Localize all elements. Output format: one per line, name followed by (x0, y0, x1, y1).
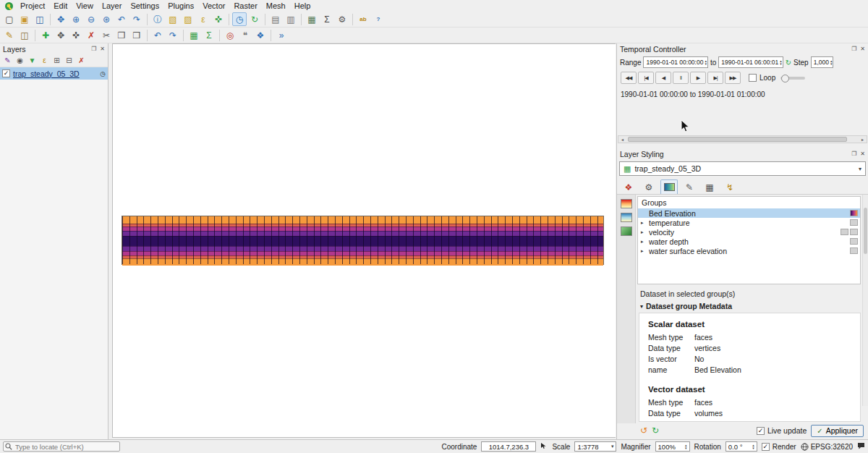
step-back-button[interactable]: ◀ (655, 72, 671, 84)
tab-table[interactable]: ▦ (701, 179, 718, 194)
layer-name[interactable]: trap_steady_05_3D (13, 69, 97, 78)
collapse-all-icon[interactable]: ⊟ (64, 55, 75, 66)
redo-icon[interactable]: ↷ (166, 28, 180, 42)
statistics-icon[interactable]: Σ (320, 12, 334, 26)
spin-buttons[interactable]: ▴▾ (685, 444, 687, 449)
reset-style-icon[interactable]: ↺ (640, 426, 647, 436)
pause-button[interactable]: ‖ (673, 72, 689, 84)
zoom-last-icon[interactable]: ↶ (114, 12, 129, 26)
mesh-digitizing-icon[interactable]: ▦ (187, 28, 201, 42)
rotation-spinbox[interactable]: 0.0 ° ▴▾ (726, 441, 757, 452)
float-panel-icon[interactable]: ❐ (91, 46, 96, 52)
filter-legend-icon[interactable]: ▼ (27, 55, 38, 66)
save-project-icon[interactable]: ◫ (33, 12, 47, 26)
play-button[interactable]: ▶ (690, 72, 706, 84)
expand-arrow-icon[interactable]: ▸ (641, 220, 647, 226)
apply-button[interactable]: ✓ Appliquer (811, 425, 864, 437)
close-panel-icon[interactable]: ✕ (860, 46, 865, 52)
dataset-groups-tree[interactable]: Groups Bed Elevation▸temperature▸velocit… (637, 196, 861, 284)
group-bed-elevation[interactable]: Bed Elevation (638, 208, 860, 218)
range-start-input[interactable]: 1990-01-01 00:00:00 ▴▾ (643, 56, 707, 68)
new-project-icon[interactable]: ▢ (2, 12, 17, 26)
scrollbar-thumb[interactable] (864, 208, 867, 254)
manage-map-themes-icon[interactable]: ◉ (14, 55, 25, 66)
select-by-expression-icon[interactable]: ε (196, 12, 210, 26)
messages-icon[interactable] (857, 442, 865, 451)
tab-settings[interactable]: ⚙ (640, 179, 658, 194)
menu-help[interactable]: Help (290, 0, 315, 12)
group-water-surface-elevation[interactable]: ▸water surface elevation (638, 246, 860, 255)
horizontal-scrollbar[interactable]: ◂ ▸ (618, 135, 867, 143)
metadata-collapsible-header[interactable]: ▾ Dataset group Metadata (637, 299, 861, 312)
rewind-button[interactable]: ◀◀ (621, 72, 637, 84)
scale-combo[interactable]: 1:3778 ▾ (574, 441, 616, 452)
spin-buttons[interactable]: ▴▾ (780, 59, 782, 65)
expand-arrow-icon[interactable]: ▸ (641, 248, 647, 254)
python-console-icon[interactable]: » (274, 28, 289, 42)
deselect-features-icon[interactable]: ▨ (181, 12, 195, 26)
spin-buttons[interactable]: ▴▾ (705, 59, 707, 65)
layer-item-trap-steady-05-3d[interactable]: ✓ trap_steady_05_3D ◷ (0, 67, 108, 80)
crs-status[interactable]: EPSG:32620 (801, 443, 853, 451)
range-end-input[interactable]: 1990-01-01 06:00:01 ▴▾ (718, 56, 783, 68)
close-panel-icon[interactable]: ✕ (100, 46, 105, 52)
vertical-scrollbar[interactable] (862, 195, 868, 406)
group-render-toggles[interactable] (841, 229, 858, 235)
toggle-editing-icon[interactable]: ✎ (2, 28, 17, 42)
menu-mesh[interactable]: Mesh (262, 0, 290, 12)
layout-manager-icon[interactable]: ▥ (284, 12, 298, 26)
open-project-icon[interactable]: ▣ (17, 12, 32, 26)
locate-search[interactable] (3, 441, 120, 452)
group-render-toggles[interactable] (850, 247, 858, 254)
expand-arrow-icon[interactable]: ▸ (641, 229, 647, 235)
averaging-group-icon[interactable] (621, 226, 632, 236)
tab-effects[interactable]: ↯ (721, 179, 739, 194)
select-features-icon[interactable]: ▧ (166, 12, 180, 26)
scrollbar-thumb[interactable] (628, 137, 847, 142)
menu-plugins[interactable]: Plugins (163, 0, 198, 12)
filter-by-expression-icon[interactable]: ε (39, 55, 50, 66)
coordinate-input[interactable]: 1014.7,236.3 (481, 441, 536, 452)
menu-settings[interactable]: Settings (126, 0, 163, 12)
group-velocity[interactable]: ▸velocity (638, 227, 860, 237)
zoom-full-icon[interactable]: ⊛ (99, 12, 114, 26)
extents-icon[interactable] (540, 442, 548, 451)
processing-toolbox-icon[interactable]: ⚙ (335, 12, 349, 26)
locate-input[interactable] (3, 441, 120, 452)
menu-edit[interactable]: Edit (49, 0, 72, 12)
live-update-checkbox[interactable]: ✓ (757, 427, 765, 435)
copy-features-icon[interactable]: ❐ (114, 28, 129, 42)
skip-to-end-button[interactable]: ▶| (707, 72, 723, 84)
save-edits-icon[interactable]: ◫ (17, 28, 32, 42)
skip-to-start-button[interactable]: |◀ (638, 72, 654, 84)
scroll-left-icon[interactable]: ◂ (618, 136, 626, 143)
attribute-table-icon[interactable]: ▦ (305, 12, 319, 26)
remove-layer-icon[interactable]: ✗ (76, 55, 87, 66)
identify-features-icon[interactable]: ⓘ (150, 12, 165, 26)
annotation-icon[interactable]: ❝ (238, 28, 252, 42)
group-render-toggles[interactable] (850, 219, 858, 226)
refresh-style-icon[interactable]: ↻ (652, 426, 659, 436)
measure-icon[interactable]: ✜ (211, 12, 226, 26)
menu-layer[interactable]: Layer (98, 0, 127, 12)
map-canvas[interactable] (112, 43, 616, 438)
spin-buttons[interactable]: ▴▾ (830, 59, 833, 65)
zoom-next-icon[interactable]: ↷ (129, 12, 144, 26)
group-temperature[interactable]: ▸temperature (638, 218, 860, 227)
step-input[interactable]: 1,000 ▴▾ (811, 56, 834, 68)
zoom-in-icon[interactable]: ⊕ (69, 12, 83, 26)
layer-visibility-checkbox[interactable]: ✓ (2, 69, 10, 77)
tab-rendering[interactable]: ✎ (681, 179, 698, 194)
group-water-depth[interactable]: ▸water depth (638, 237, 860, 246)
render-checkbox[interactable]: ✓ (762, 443, 770, 451)
zoom-out-icon[interactable]: ⊖ (84, 12, 98, 26)
menu-raster[interactable]: Raster (229, 0, 261, 12)
menu-vector[interactable]: Vector (198, 0, 229, 12)
scroll-right-icon[interactable]: ▸ (859, 136, 867, 143)
tab-source[interactable]: ❖ (620, 179, 637, 194)
mesh-calculator-icon[interactable]: Σ (202, 28, 216, 42)
contours-group-icon[interactable] (621, 199, 632, 208)
layers-tree[interactable]: ✓ trap_steady_05_3D ◷ (0, 67, 108, 439)
float-panel-icon[interactable]: ❐ (851, 151, 856, 157)
add-feature-icon[interactable]: ✚ (38, 28, 53, 42)
